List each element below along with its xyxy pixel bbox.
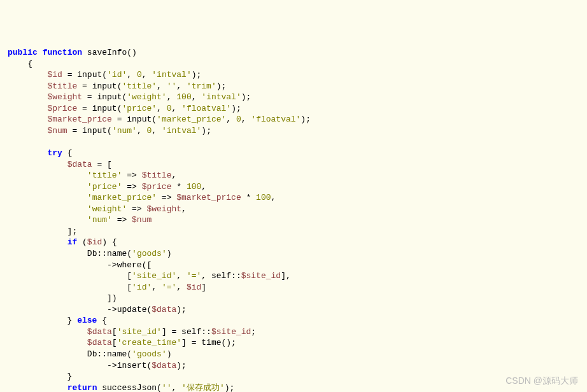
var-weight: $weight: [47, 92, 82, 102]
code-block: public function saveInfo() { $id = input…: [8, 47, 579, 392]
keyword-public: public: [8, 48, 38, 57]
var-market-price: $market_price: [47, 115, 111, 124]
function-name: saveInfo: [87, 48, 127, 57]
keyword-try: try: [47, 148, 62, 158]
keyword-else: else: [77, 316, 97, 325]
var-num: $num: [47, 126, 67, 136]
keyword-return: return: [67, 383, 97, 392]
var-id: $id: [47, 70, 62, 80]
watermark: CSDN @源码大师: [506, 375, 578, 387]
var-price: $price: [47, 104, 77, 113]
var-title: $title: [47, 81, 77, 91]
keyword-function: function: [43, 48, 82, 57]
var-data: $data: [67, 160, 92, 169]
keyword-if: if: [67, 237, 78, 247]
